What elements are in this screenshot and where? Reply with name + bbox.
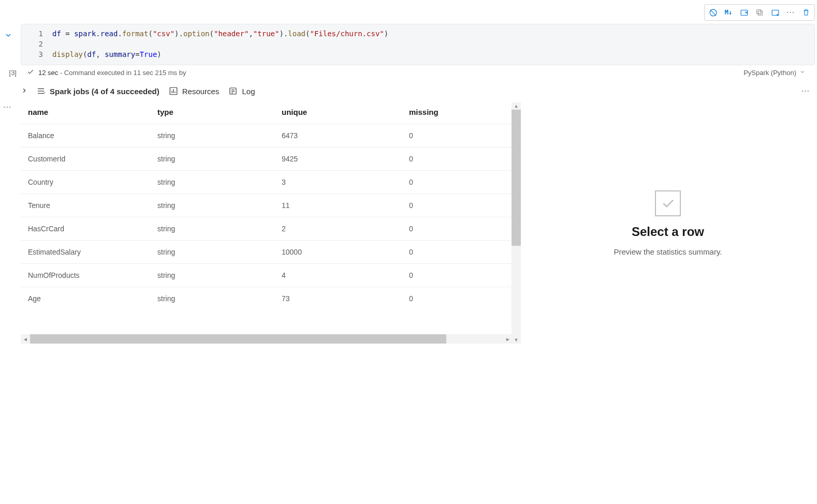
h-scroll-thumb[interactable] xyxy=(30,334,446,344)
cell-missing: 0 xyxy=(402,124,513,147)
cell-type: string xyxy=(150,124,274,147)
language-selector[interactable]: PySpark (Python) xyxy=(743,69,815,77)
table-row[interactable]: CustomerIdstring94250 xyxy=(21,147,513,171)
table-row[interactable]: Balancestring64730 xyxy=(21,124,513,147)
cell-unique: 2 xyxy=(274,217,402,241)
spark-jobs-label: Spark jobs (4 of 4 succeeded) xyxy=(50,87,159,96)
list-icon xyxy=(36,86,46,96)
line-number-gutter: 1 2 3 xyxy=(21,28,52,60)
table-header-row: name type unique missing xyxy=(21,102,513,124)
scroll-up-arrow[interactable]: ▲ xyxy=(512,102,521,110)
log-label: Log xyxy=(242,87,255,96)
cell-name: Age xyxy=(21,287,150,310)
preview-panel: Select a row Preview the statistics summ… xyxy=(521,102,815,344)
cell-missing: 0 xyxy=(402,217,513,241)
execution-count: [3] xyxy=(2,69,20,77)
log-icon xyxy=(228,86,238,96)
cell-unique: 6473 xyxy=(274,124,402,147)
cell-type: string xyxy=(150,171,274,194)
cell-type: string xyxy=(150,217,274,241)
cell-type: string xyxy=(150,287,274,310)
cell-name: EstimatedSalary xyxy=(21,241,150,264)
line-number: 1 xyxy=(21,28,43,39)
table-row[interactable]: Agestring730 xyxy=(21,287,513,310)
execution-status-bar: [3] 12 sec - Command executed in 11 sec … xyxy=(2,66,815,79)
cell-missing: 0 xyxy=(402,147,513,171)
cell-unique: 9425 xyxy=(274,147,402,171)
execution-detail: - Command executed in 11 sec 215 ms by xyxy=(58,69,186,77)
cell-missing: 0 xyxy=(402,287,513,310)
cell-type: string xyxy=(150,194,274,217)
clear-output-button[interactable] xyxy=(737,6,751,19)
v-scroll-track[interactable] xyxy=(512,110,521,336)
table-row[interactable]: NumOfProductsstring40 xyxy=(21,264,513,287)
h-scroll-track[interactable] xyxy=(30,334,503,344)
cell-missing: 0 xyxy=(402,194,513,217)
copy-cell-button[interactable] xyxy=(752,6,767,19)
scroll-down-arrow[interactable]: ▼ xyxy=(512,336,521,344)
code-cell[interactable]: 1 2 3 df = spark.read.format("csv").opti… xyxy=(21,24,815,65)
line-number: 2 xyxy=(21,39,43,49)
delete-cell-button[interactable] xyxy=(799,6,813,19)
code-content[interactable]: df = spark.read.format("csv").option("he… xyxy=(52,28,814,60)
scroll-left-arrow[interactable]: ◄ xyxy=(21,336,30,342)
output-toolbar: Spark jobs (4 of 4 succeeded) Resources … xyxy=(21,84,815,98)
cell-name: NumOfProducts xyxy=(21,264,150,287)
v-scroll-thumb[interactable] xyxy=(512,110,521,246)
run-cell-button[interactable] xyxy=(706,6,720,19)
summary-table-panel: name type unique missing Balancestring64… xyxy=(21,102,513,344)
output-more-button[interactable]: ··· xyxy=(801,86,815,96)
cell-name: Country xyxy=(21,171,150,194)
cell-more-button[interactable]: ··· xyxy=(783,6,798,19)
table-row[interactable]: Tenurestring110 xyxy=(21,194,513,217)
resources-label: Resources xyxy=(182,87,220,96)
cell-unique: 3 xyxy=(274,171,402,194)
execution-duration: 12 sec xyxy=(38,69,58,77)
cell-name: HasCrCard xyxy=(21,217,150,241)
cell-type: string xyxy=(150,147,274,171)
cell-unique: 73 xyxy=(274,287,402,310)
horizontal-scrollbar[interactable]: ◄ ► xyxy=(21,334,513,344)
collapse-cell-chevron[interactable] xyxy=(4,31,12,41)
convert-markdown-button[interactable]: M↓ xyxy=(721,6,736,19)
cell-missing: 0 xyxy=(402,264,513,287)
cell-missing: 0 xyxy=(402,241,513,264)
success-check-icon xyxy=(27,68,34,77)
cell-type: string xyxy=(150,264,274,287)
cell-unique: 4 xyxy=(274,264,402,287)
language-label: PySpark (Python) xyxy=(743,69,796,77)
line-number: 3 xyxy=(21,49,43,60)
cell-unique: 10000 xyxy=(274,241,402,264)
preview-title: Select a row xyxy=(632,225,704,239)
cell-toolbar: M↓ ··· xyxy=(704,4,815,21)
cell-side-menu[interactable]: ··· xyxy=(3,102,11,112)
checkmark-placeholder-icon xyxy=(655,190,681,216)
spark-jobs-button[interactable]: Spark jobs (4 of 4 succeeded) xyxy=(36,86,159,96)
chevron-down-icon xyxy=(799,69,806,77)
cell-unique: 11 xyxy=(274,194,402,217)
table-row[interactable]: HasCrCardstring20 xyxy=(21,217,513,241)
cell-name: CustomerId xyxy=(21,147,150,171)
column-header-type[interactable]: type xyxy=(150,102,274,124)
resources-button[interactable]: Resources xyxy=(169,86,220,96)
vertical-scrollbar[interactable]: ▲ ▼ xyxy=(512,102,521,344)
table-row[interactable]: EstimatedSalarystring100000 xyxy=(21,241,513,264)
column-header-name[interactable]: name xyxy=(21,102,150,124)
summary-table: name type unique missing Balancestring64… xyxy=(21,102,513,310)
code-editor[interactable]: 1 2 3 df = spark.read.format("csv").opti… xyxy=(21,24,814,65)
table-row[interactable]: Countrystring30 xyxy=(21,171,513,194)
expand-output-chevron[interactable] xyxy=(21,87,28,96)
column-header-unique[interactable]: unique xyxy=(274,102,402,124)
cell-missing: 0 xyxy=(402,171,513,194)
summary-table-scroll[interactable]: name type unique missing Balancestring64… xyxy=(21,102,513,334)
cell-type: string xyxy=(150,241,274,264)
svg-rect-2 xyxy=(758,11,762,15)
preview-subtitle: Preview the statistics summary. xyxy=(614,247,722,256)
log-button[interactable]: Log xyxy=(228,86,255,96)
column-header-missing[interactable]: missing xyxy=(402,102,513,124)
add-cell-below-button[interactable] xyxy=(768,6,782,19)
scroll-right-arrow[interactable]: ► xyxy=(503,336,513,342)
cell-name: Tenure xyxy=(21,194,150,217)
chart-icon xyxy=(169,86,178,96)
svg-rect-3 xyxy=(757,10,761,14)
